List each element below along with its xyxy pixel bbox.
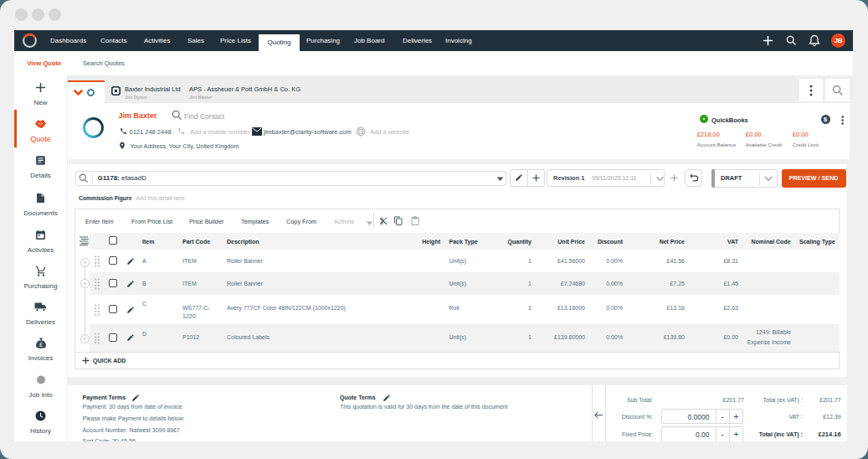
svg-text:£: £	[39, 342, 43, 348]
